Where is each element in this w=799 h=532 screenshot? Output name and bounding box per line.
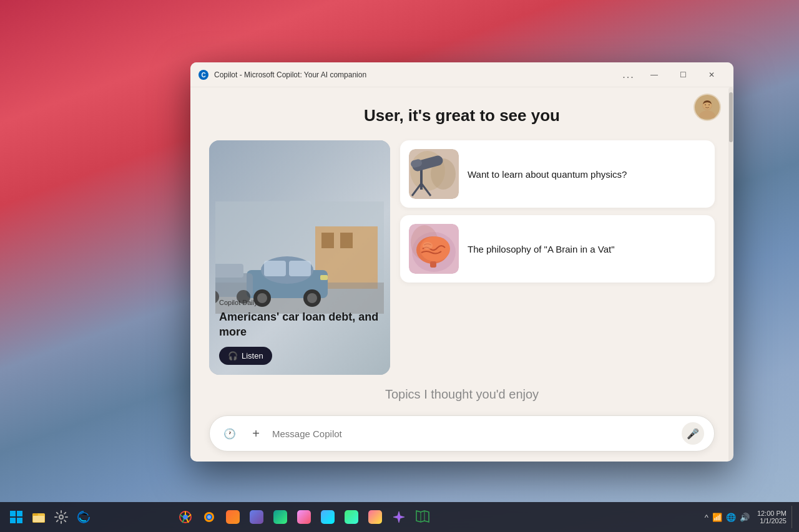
network-icon[interactable]: 📶 [712,513,722,522]
input-bar-wrapper: 🕐 + 🎤 [190,408,733,462]
user-avatar[interactable] [694,94,721,121]
file-explorer-button[interactable] [27,506,50,528]
close-button[interactable]: ✕ [697,65,726,85]
side-cards: Want to learn about quantum physics? [400,140,715,375]
edge-button[interactable] [72,506,95,528]
suggestion-card-1[interactable]: Want to learn about quantum physics? [400,140,715,208]
app-button-4[interactable] [293,506,315,528]
window-content: User, it's great to see you [190,87,733,408]
svg-rect-46 [32,513,38,516]
svg-rect-20 [320,275,328,280]
suggestion-card-2[interactable]: The philosophy of "A Brain in a Vat" [400,215,715,283]
svg-rect-14 [264,261,286,276]
minimize-button[interactable]: — [640,65,669,85]
svg-rect-38 [430,261,436,268]
mic-icon: 🎤 [687,428,699,440]
svg-point-53 [207,515,211,519]
firefox-button[interactable] [198,506,220,528]
system-tray-icons: ^ 📶 🌐 🔊 [705,513,750,522]
listen-button[interactable]: 🎧 Listen [219,347,272,365]
clock[interactable]: 12:00 PM 1/1/2025 [757,510,787,525]
chrome-button[interactable] [174,506,197,528]
app-button-2[interactable] [245,506,268,528]
app-button-3[interactable] [269,506,292,528]
maximize-button[interactable]: ☐ [669,65,697,85]
wifi-icon: 🌐 [726,513,736,522]
svg-marker-56 [416,511,429,522]
headphones-icon: 🎧 [228,351,238,360]
daily-title: Americans' car loan debt, and more [219,310,380,339]
svg-rect-40 [10,511,16,516]
time-display: 12:00 PM [757,510,787,517]
settings-button[interactable] [50,506,72,528]
svg-rect-15 [289,261,311,276]
svg-rect-47 [33,516,44,522]
svg-point-48 [59,515,63,519]
greeting-text: User, it's great to see you [209,106,715,125]
date-display: 1/1/2025 [760,517,787,525]
copilot-window: C Copilot - Microsoft Copilot: Your AI c… [190,62,733,462]
window-controls: — ☐ ✕ [640,65,726,85]
volume-icon[interactable]: 🔊 [740,513,750,522]
svg-point-6 [708,104,710,105]
app-button-5[interactable] [316,506,339,528]
start-button[interactable] [5,506,27,528]
copilot-icon: C [198,69,209,80]
listen-label: Listen [242,351,263,360]
taskbar-center-icons [174,506,434,528]
svg-rect-10 [340,233,353,248]
topics-heading: Topics I thought you'd enjoy [209,387,715,408]
menu-button[interactable]: ... [617,65,640,85]
app-button-6[interactable] [340,506,363,528]
brain-thumbnail [409,224,459,274]
app-button-7[interactable] [364,506,386,528]
taskbar: ^ 📶 🌐 🔊 12:00 PM 1/1/2025 [0,502,799,532]
window-title: Copilot - Microsoft Copilot: Your AI com… [214,70,617,79]
mic-button[interactable]: 🎤 [682,422,704,445]
svg-rect-22 [215,264,243,278]
svg-point-5 [705,104,706,105]
svg-point-37 [420,236,450,261]
featured-card[interactable]: Copilot Daily Americans' car loan debt, … [209,140,390,375]
brain-text: The philosophy of "A Brain in a Vat" [468,243,615,256]
svg-point-39 [423,242,433,249]
titlebar: C Copilot - Microsoft Copilot: Your AI c… [190,62,733,87]
svg-rect-9 [321,233,334,248]
quantum-text: Want to learn about quantum physics? [468,168,627,181]
history-icon: 🕐 [223,428,236,440]
copilot-taskbar-button[interactable] [388,506,410,528]
svg-point-3 [699,110,715,118]
featured-card-content: Copilot Daily Americans' car loan debt, … [219,299,380,365]
svg-text:C: C [201,72,205,79]
svg-marker-54 [393,511,404,523]
message-input[interactable] [272,428,675,439]
show-desktop[interactable] [792,506,794,528]
svg-rect-43 [17,518,22,523]
add-icon: + [252,427,260,441]
svg-rect-41 [17,511,22,516]
svg-rect-42 [10,518,16,523]
history-button[interactable]: 🕐 [220,423,240,443]
chevron-icon[interactable]: ^ [705,513,708,522]
daily-label: Copilot Daily [219,299,380,306]
add-button[interactable]: + [246,423,266,443]
system-tray: ^ 📶 🌐 🔊 12:00 PM 1/1/2025 [705,506,794,528]
cards-area: Copilot Daily Americans' car loan debt, … [209,140,715,375]
input-bar: 🕐 + 🎤 [209,415,715,452]
app-button-1[interactable] [222,506,244,528]
quantum-thumbnail [409,149,459,199]
maps-button[interactable] [411,506,434,528]
